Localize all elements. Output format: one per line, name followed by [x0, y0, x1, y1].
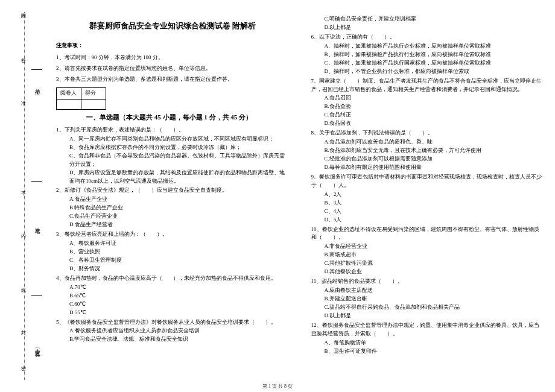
question-option: C.明确食品安全责任，并建立培训档案: [325, 15, 545, 24]
binding-char: 圈: [19, 10, 26, 14]
question-option: B、3人: [325, 199, 545, 207]
question-option: D、5人: [325, 216, 545, 224]
question-stem: 9、餐饮服务许可审查包括对申请材料的书面审查和对经营现场核查，现场检查时，核查人…: [311, 173, 545, 190]
column-left: 群宴厨师食品安全专业知识综合检测试卷 附解析 注意事项： 1、考试时间：90 分…: [45, 0, 300, 380]
side-underline: [31, 181, 42, 182]
binding-char: 内: [19, 229, 26, 234]
question-option: A、每笔购物清单: [325, 339, 545, 347]
question-option: D、财务情况: [69, 265, 290, 273]
question-option: C.甜品站不得自行采购食品、食品添加剂和食品相关产品: [325, 303, 545, 312]
side-underline: [31, 69, 42, 70]
binding-char: 线: [19, 283, 26, 288]
question-stem: 8、关于食品添加剂，下列说法错误的是（ ）。: [311, 129, 545, 138]
question-option: A.餐饮服务提供者应当组织从业人员参加食品安全培训: [69, 327, 290, 335]
question-stem: 11、甜品站销售的食品要求（ ）。: [311, 277, 545, 286]
question-option: D、库房内应设置足够数量的存放架，其结构及位置应能使贮存的食品和物品距离墙壁、地…: [69, 169, 290, 186]
question-stem: 12、餐饮服务食品安全监督管理办法中规定，购置、使用集中消毒企业供应的餐具、饮具…: [311, 321, 545, 338]
question-option: B.特殊食品的生产企业: [69, 204, 290, 212]
question-stem: 10、餐饮企业的选址不得设在易受到污染的区域，建筑周围不得有粉尘、有害气体、放射…: [311, 226, 545, 242]
question-option: C、各种卫生管理制度: [69, 256, 290, 265]
question-option: B、食品库房应根据贮存条件的不同分别设置，必要时设冷冻（藏）库；: [69, 144, 290, 152]
table-cell: 阅卷人: [57, 87, 81, 99]
question-stem: 7、国家建立（ ）制度。食品生产者发现其生产的食品不符合食品安全标准，应当立即停…: [311, 77, 545, 94]
question-option: B.食品添加剂应当安全无毒，且在技术上确有必要，方可允许使用: [325, 147, 545, 155]
question-option: B.65℃: [69, 292, 290, 300]
side-field-city: 市（区县）: [34, 344, 42, 350]
binding-dotted-line: [24, 12, 25, 380]
question-option: B.学习食品安全法律、法规、标准和食品安全知识: [69, 335, 290, 344]
binding-char: 封: [19, 326, 26, 330]
binding-char: 不: [19, 187, 26, 192]
question-option: A、抽样时，如果被抽检产品执行企业标准，应向被抽样单位索取标准: [325, 42, 545, 51]
table-cell-empty: [57, 99, 81, 109]
question-option: A.非食品经营企业: [325, 242, 545, 251]
question-option: B、抽样时，如果被抽检产品执行行业标准，应向被抽样单位索取标准: [325, 51, 545, 59]
binding-char: 答: [19, 54, 26, 59]
binding-margin: 圈 答 准 不 内 线 封 密: [0, 0, 30, 380]
question-option: D.食品回收: [325, 119, 545, 128]
question-option: D.55℃: [69, 309, 290, 317]
binding-char: 准: [19, 96, 26, 101]
question-option: A.食品添加剂可以改善食品的质和色、香、味: [325, 138, 545, 147]
table-cell: 得分: [81, 87, 106, 99]
question-option: A.应由餐饮主店配送: [325, 286, 545, 295]
question-stem: 3、餐饮经营者应亮证和上墙的为：（ ）。: [56, 230, 290, 239]
side-field-unit: 单位: [34, 84, 42, 87]
notice-item: 2、请首先按要求在试卷的指定位置填写您的姓名、单位等信息。: [56, 65, 290, 73]
page-footer: 第 1 页 共 8 页: [0, 383, 555, 390]
question-stem: 2、新修订《食品安全法》规定，（ ）应当建立食品安全自查制度。: [56, 186, 290, 195]
question-option: A、餐饮服务许可证: [69, 239, 290, 248]
question-option: B、营业执照: [69, 248, 290, 256]
question-stem: 5、《餐饮服务食品安全监督管理办法》对餐饮服务从业人员的食品安全培训要求（ ）。: [56, 318, 290, 327]
question-option: A.食品生产企业: [69, 195, 290, 204]
question-option: C.食品生产经营企业: [69, 212, 290, 221]
column-right: C.明确食品安全责任，并建立培训档案 D.以上都是 6、以下说法，正确的有（ ）…: [300, 0, 556, 380]
question-option: C、食品和非食品（不会导致食品污染的食品容器、包装材料、工具等物品除外）库房无需…: [69, 152, 290, 169]
notice-item: 3、本卷共三大题型分别为单选题、多选题和判断题，请在指定位置作答。: [56, 75, 290, 84]
question-option: A.食品召回: [325, 94, 545, 103]
question-option: B.商场或超市: [325, 251, 545, 259]
notice-item: 1、考试时间：90 分钟，本卷满分为 100 分。: [56, 54, 290, 62]
question-option: D.其他餐饮企业: [325, 268, 545, 276]
question-option: B.食品查验: [325, 103, 545, 111]
side-field-column: 市（区县） 姓名 单位: [30, 0, 45, 380]
question-option: D.以上都是: [325, 312, 545, 320]
side-underline: [31, 296, 42, 296]
question-option: D.食品生产经营者: [69, 221, 290, 229]
paper-title: 群宴厨师食品安全专业知识综合检测试卷 附解析: [56, 20, 290, 32]
question-option: D.每种添加剂有限定的使用范围和使用量: [325, 163, 545, 172]
question-option: B.并建立配送台帐: [325, 295, 545, 303]
question-option: A.70℃: [69, 283, 290, 292]
question-option: C、4人: [325, 207, 545, 216]
notice-heading: 注意事项：: [56, 42, 290, 50]
section-heading: 一、单选题（本大题共 45 小题，每小题 1 分，共 45 分）: [86, 112, 290, 122]
question-option: C、抽样时，如果被抽检产品执行国家标准，应向被抽样单位索取标准: [325, 59, 545, 68]
question-option: C.60℃: [69, 300, 290, 309]
scorer-table: 阅卷人 得分: [56, 87, 106, 110]
question-option: B、卫生许可证复印件: [325, 347, 545, 356]
question-option: A、2人: [325, 191, 545, 199]
question-option: D、抽样时，不管企业执行什么标准，都应向被抽样单位索取: [325, 68, 545, 76]
question-stem: 6、以下说法，正确的有（ ）。: [311, 33, 545, 42]
question-option: D.以上都是: [325, 24, 545, 32]
question-option: A、同一库房内贮存不同类别食品和物品的应区分存放区域，不同区域应有明显标识；: [69, 135, 290, 144]
table-cell-empty: [81, 99, 106, 109]
question-option: C.其他扩散性污染源: [325, 259, 545, 268]
question-stem: 4、食品再加热时，食品的中心温度应高于（ ），未经充分加热的食品不得供应和食用。: [56, 274, 290, 283]
question-option: C.食品纠正: [325, 111, 545, 119]
question-stem: 1、下列关于库房的要求，表述错误的是：（ ）。: [56, 126, 290, 134]
binding-char: 密: [19, 362, 26, 367]
side-field-name: 姓名: [34, 223, 42, 226]
question-option: C.经批准的食品添加剂可以根据需要随意添加: [325, 155, 545, 163]
